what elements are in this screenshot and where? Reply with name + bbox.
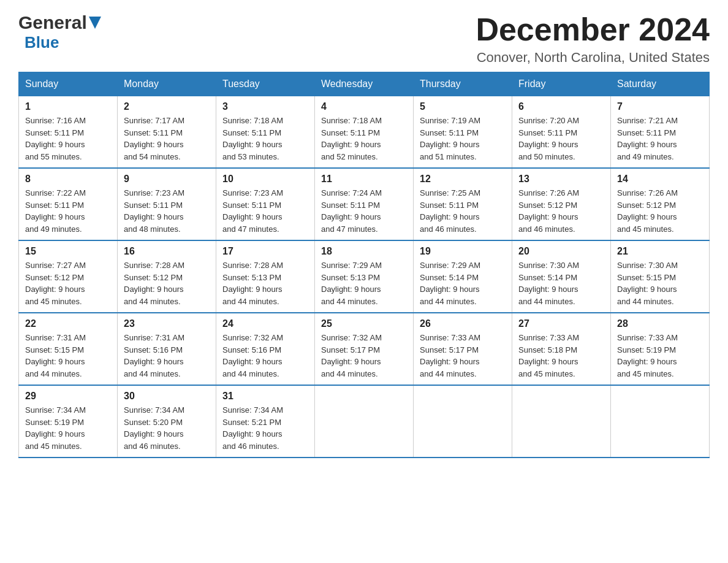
calendar-cell: 25 Sunrise: 7:32 AM Sunset: 5:17 PM Dayl… [315, 313, 414, 385]
day-number: 4 [321, 101, 407, 112]
day-number: 5 [420, 101, 506, 112]
calendar-cell: 16 Sunrise: 7:28 AM Sunset: 5:12 PM Dayl… [118, 240, 216, 313]
daylight-minutes: and 46 minutes. [420, 224, 477, 234]
sunset-label: Sunset: 5:11 PM [124, 128, 183, 137]
day-number: 20 [518, 246, 604, 257]
daylight-minutes: and 44 minutes. [124, 297, 181, 306]
day-info: Sunrise: 7:26 AM Sunset: 5:12 PM Dayligh… [617, 187, 703, 235]
col-header-sunday: Sunday [19, 72, 118, 96]
calendar-cell [512, 385, 611, 458]
daylight-label: Daylight: 9 hours [321, 285, 381, 294]
day-number: 15 [25, 246, 111, 257]
calendar-cell: 14 Sunrise: 7:26 AM Sunset: 5:12 PM Dayl… [611, 168, 710, 240]
daylight-minutes: and 44 minutes. [124, 369, 181, 378]
daylight-label: Daylight: 9 hours [222, 285, 282, 294]
sunset-label: Sunset: 5:12 PM [25, 273, 84, 282]
daylight-minutes: and 45 minutes. [25, 442, 82, 451]
sunrise-label: Sunrise: 7:27 AM [25, 261, 86, 270]
daylight-label: Daylight: 9 hours [25, 212, 85, 221]
daylight-minutes: and 44 minutes. [518, 297, 575, 306]
daylight-label: Daylight: 9 hours [124, 285, 184, 294]
sunset-label: Sunset: 5:14 PM [518, 273, 577, 282]
sunrise-label: Sunrise: 7:25 AM [420, 188, 480, 197]
day-info: Sunrise: 7:20 AM Sunset: 5:11 PM Dayligh… [518, 115, 604, 163]
daylight-label: Daylight: 9 hours [518, 140, 578, 149]
day-number: 25 [321, 318, 407, 329]
calendar-cell: 7 Sunrise: 7:21 AM Sunset: 5:11 PM Dayli… [611, 96, 710, 169]
daylight-label: Daylight: 9 hours [617, 212, 677, 221]
daylight-minutes: and 45 minutes. [617, 224, 674, 234]
calendar-cell: 24 Sunrise: 7:32 AM Sunset: 5:16 PM Dayl… [216, 313, 315, 385]
day-number: 10 [222, 174, 308, 185]
sunset-label: Sunset: 5:11 PM [124, 201, 183, 210]
sunset-label: Sunset: 5:12 PM [617, 201, 676, 210]
daylight-label: Daylight: 9 hours [124, 357, 184, 366]
day-info: Sunrise: 7:23 AM Sunset: 5:11 PM Dayligh… [124, 187, 210, 235]
sunrise-label: Sunrise: 7:19 AM [420, 116, 480, 125]
calendar-cell: 15 Sunrise: 7:27 AM Sunset: 5:12 PM Dayl… [19, 240, 118, 313]
daylight-minutes: and 51 minutes. [420, 152, 477, 161]
calendar-cell: 4 Sunrise: 7:18 AM Sunset: 5:11 PM Dayli… [315, 96, 414, 169]
sunset-label: Sunset: 5:14 PM [420, 273, 479, 282]
day-number: 3 [222, 101, 308, 112]
sunrise-label: Sunrise: 7:34 AM [25, 405, 86, 415]
sunset-label: Sunset: 5:17 PM [420, 345, 479, 354]
calendar-cell: 9 Sunrise: 7:23 AM Sunset: 5:11 PM Dayli… [118, 168, 216, 240]
sunset-label: Sunset: 5:12 PM [124, 273, 183, 282]
sunset-label: Sunset: 5:11 PM [518, 128, 577, 137]
title-block: December 2024 Conover, North Carolina, U… [476, 12, 710, 66]
daylight-label: Daylight: 9 hours [420, 285, 480, 294]
day-info: Sunrise: 7:24 AM Sunset: 5:11 PM Dayligh… [321, 187, 407, 235]
sunset-label: Sunset: 5:21 PM [222, 418, 281, 427]
daylight-minutes: and 48 minutes. [124, 224, 181, 234]
calendar-cell: 20 Sunrise: 7:30 AM Sunset: 5:14 PM Dayl… [512, 240, 611, 313]
sunrise-label: Sunrise: 7:17 AM [124, 116, 184, 125]
calendar-cell: 18 Sunrise: 7:29 AM Sunset: 5:13 PM Dayl… [315, 240, 414, 313]
calendar-week-row: 8 Sunrise: 7:22 AM Sunset: 5:11 PM Dayli… [19, 168, 710, 240]
calendar-cell: 22 Sunrise: 7:31 AM Sunset: 5:15 PM Dayl… [19, 313, 118, 385]
calendar-cell: 10 Sunrise: 7:23 AM Sunset: 5:11 PM Dayl… [216, 168, 315, 240]
daylight-label: Daylight: 9 hours [124, 140, 184, 149]
day-info: Sunrise: 7:16 AM Sunset: 5:11 PM Dayligh… [25, 115, 111, 163]
daylight-label: Daylight: 9 hours [420, 212, 480, 221]
daylight-minutes: and 44 minutes. [222, 297, 279, 306]
daylight-minutes: and 44 minutes. [420, 369, 477, 378]
calendar-cell: 27 Sunrise: 7:33 AM Sunset: 5:18 PM Dayl… [512, 313, 611, 385]
day-info: Sunrise: 7:33 AM Sunset: 5:17 PM Dayligh… [420, 332, 506, 380]
calendar-cell [611, 385, 710, 458]
daylight-label: Daylight: 9 hours [124, 429, 184, 439]
day-info: Sunrise: 7:19 AM Sunset: 5:11 PM Dayligh… [420, 115, 506, 163]
calendar-cell: 6 Sunrise: 7:20 AM Sunset: 5:11 PM Dayli… [512, 96, 611, 169]
sunrise-label: Sunrise: 7:22 AM [25, 188, 86, 197]
sunrise-label: Sunrise: 7:31 AM [25, 333, 86, 342]
daylight-minutes: and 44 minutes. [321, 369, 378, 378]
daylight-label: Daylight: 9 hours [518, 212, 578, 221]
calendar-cell: 5 Sunrise: 7:19 AM Sunset: 5:11 PM Dayli… [414, 96, 512, 169]
daylight-minutes: and 46 minutes. [518, 224, 575, 234]
sunrise-label: Sunrise: 7:32 AM [222, 333, 283, 342]
daylight-label: Daylight: 9 hours [420, 357, 480, 366]
day-info: Sunrise: 7:32 AM Sunset: 5:16 PM Dayligh… [222, 332, 308, 380]
calendar-cell: 3 Sunrise: 7:18 AM Sunset: 5:11 PM Dayli… [216, 96, 315, 169]
day-info: Sunrise: 7:30 AM Sunset: 5:15 PM Dayligh… [617, 259, 703, 307]
sunrise-label: Sunrise: 7:20 AM [518, 116, 579, 125]
day-info: Sunrise: 7:30 AM Sunset: 5:14 PM Dayligh… [518, 259, 604, 307]
sunset-label: Sunset: 5:15 PM [617, 273, 676, 282]
daylight-minutes: and 49 minutes. [25, 224, 82, 234]
day-number: 8 [25, 174, 111, 185]
daylight-label: Daylight: 9 hours [25, 285, 85, 294]
daylight-minutes: and 47 minutes. [222, 224, 279, 234]
day-number: 13 [518, 174, 604, 185]
day-info: Sunrise: 7:22 AM Sunset: 5:11 PM Dayligh… [25, 187, 111, 235]
day-info: Sunrise: 7:18 AM Sunset: 5:11 PM Dayligh… [222, 115, 308, 163]
sunset-label: Sunset: 5:16 PM [222, 345, 281, 354]
calendar-week-row: 15 Sunrise: 7:27 AM Sunset: 5:12 PM Dayl… [19, 240, 710, 313]
sunrise-label: Sunrise: 7:24 AM [321, 188, 382, 197]
day-info: Sunrise: 7:34 AM Sunset: 5:20 PM Dayligh… [124, 404, 210, 452]
sunrise-label: Sunrise: 7:34 AM [222, 405, 283, 415]
sunset-label: Sunset: 5:19 PM [617, 345, 676, 354]
day-number: 2 [124, 101, 210, 112]
day-number: 1 [25, 101, 111, 112]
day-info: Sunrise: 7:23 AM Sunset: 5:11 PM Dayligh… [222, 187, 308, 235]
logo-general-text: General [18, 12, 87, 33]
